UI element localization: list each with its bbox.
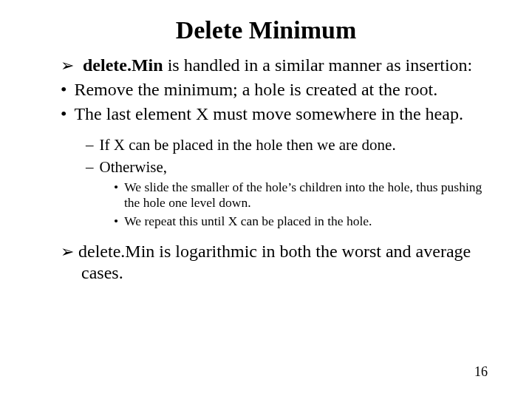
- subbullet-otherwise: Otherwise,: [86, 158, 495, 177]
- spacer: [37, 232, 495, 241]
- bullet-remove-min: Remove the minimum; a hole is created at…: [61, 79, 495, 100]
- bullet-logarithmic: delete.Min is logarithmic in both the wo…: [61, 241, 495, 284]
- spacer: [37, 127, 495, 136]
- bullet-deletemin-intro: delete.Min is handled in a similar manne…: [61, 55, 495, 76]
- bullet-text: is handled in a similar manner as insert…: [163, 55, 473, 75]
- slide-title: Delete Minimum: [37, 16, 495, 44]
- subsubbullet-slide: We slide the smaller of the hole’s child…: [114, 180, 495, 211]
- bullet-last-element: The last element X must move somewhere i…: [61, 103, 495, 125]
- slide: Delete Minimum delete.Min is handled in …: [0, 0, 532, 399]
- subsubbullet-repeat: We repeat this until X can be placed in …: [114, 214, 495, 229]
- subbullet-if-x: If X can be placed in the hole then we a…: [86, 136, 495, 154]
- bold-term: delete.Min: [83, 55, 163, 75]
- page-number: 16: [474, 364, 488, 380]
